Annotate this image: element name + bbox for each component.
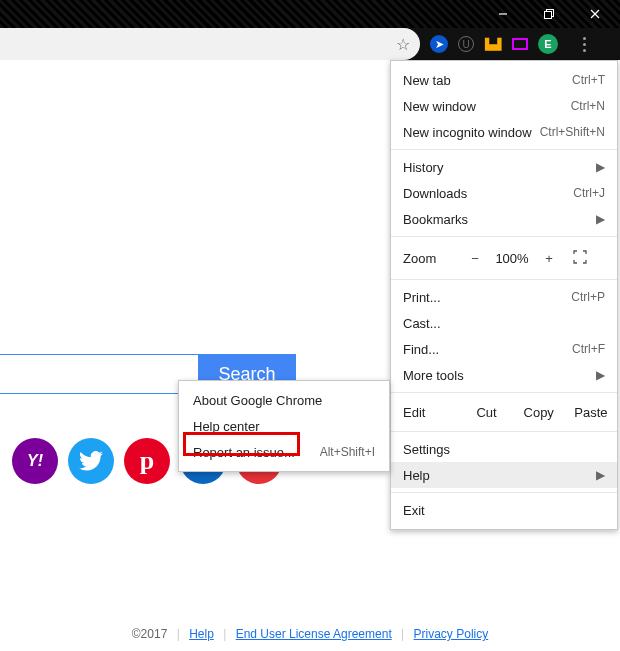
minimize-button[interactable] xyxy=(480,0,526,28)
menu-divider xyxy=(391,431,617,432)
submenu-report-accel: Alt+Shift+I xyxy=(320,445,375,459)
help-submenu: About Google Chrome Help center Report a… xyxy=(178,380,390,472)
menu-zoom-label: Zoom xyxy=(391,251,461,266)
menu-history[interactable]: History▶ xyxy=(391,154,617,180)
menu-divider xyxy=(391,492,617,493)
menu-cast[interactable]: Cast... xyxy=(391,310,617,336)
chrome-menu-button[interactable] xyxy=(574,32,594,56)
extension-icon-1[interactable]: ➤ xyxy=(430,35,448,53)
menu-divider xyxy=(391,392,617,393)
menu-new-window-label: New window xyxy=(403,99,571,114)
chevron-right-icon: ▶ xyxy=(596,368,605,382)
menu-print-label: Print... xyxy=(403,290,571,305)
menu-divider xyxy=(391,279,617,280)
menu-help-label: Help xyxy=(403,468,590,483)
restore-icon xyxy=(544,9,554,19)
yahoo-icon[interactable]: Y! xyxy=(12,438,58,484)
footer-sep: | xyxy=(177,627,180,641)
fullscreen-button[interactable] xyxy=(563,250,597,267)
menu-downloads-label: Downloads xyxy=(403,186,573,201)
menu-zoom-row: Zoom − 100% + xyxy=(391,241,617,275)
footer-copyright: ©2017 xyxy=(132,627,168,641)
footer-sep: | xyxy=(223,627,226,641)
page-footer: ©2017 | Help | End User License Agreemen… xyxy=(0,627,620,647)
submenu-about-label: About Google Chrome xyxy=(193,393,375,408)
menu-history-label: History xyxy=(403,160,590,175)
menu-downloads[interactable]: DownloadsCtrl+J xyxy=(391,180,617,206)
svg-rect-2 xyxy=(545,12,552,19)
menu-settings-label: Settings xyxy=(403,442,605,457)
footer-sep: | xyxy=(401,627,404,641)
profile-avatar[interactable]: E xyxy=(538,34,558,54)
menu-exit[interactable]: Exit xyxy=(391,497,617,523)
pinterest-icon[interactable]: p xyxy=(124,438,170,484)
bookmark-star-icon[interactable]: ☆ xyxy=(396,35,410,54)
menu-edit-row: Edit Cut Copy Paste xyxy=(391,397,617,427)
window-titlebar xyxy=(0,0,620,28)
fullscreen-icon xyxy=(573,250,587,264)
menu-print-accel: Ctrl+P xyxy=(571,290,605,304)
menu-new-incognito-accel: Ctrl+Shift+N xyxy=(540,125,605,139)
twitter-bird-icon xyxy=(79,451,103,471)
menu-new-incognito-label: New incognito window xyxy=(403,125,540,140)
menu-new-tab[interactable]: New tabCtrl+T xyxy=(391,67,617,93)
menu-divider xyxy=(391,236,617,237)
menu-find-accel: Ctrl+F xyxy=(572,342,605,356)
extension-icon-3[interactable]: ▙▟ xyxy=(484,35,502,53)
menu-divider xyxy=(391,149,617,150)
browser-toolbar: ☆ ➤ U ▙▟ E xyxy=(0,28,620,60)
footer-link-help[interactable]: Help xyxy=(189,627,214,641)
extension-icon-2[interactable]: U xyxy=(458,36,474,52)
chevron-right-icon: ▶ xyxy=(596,212,605,226)
menu-settings[interactable]: Settings xyxy=(391,436,617,462)
footer-link-privacy[interactable]: Privacy Policy xyxy=(414,627,489,641)
menu-new-tab-label: New tab xyxy=(403,73,572,88)
menu-copy[interactable]: Copy xyxy=(513,397,565,427)
footer-link-eula[interactable]: End User License Agreement xyxy=(236,627,392,641)
menu-new-incognito[interactable]: New incognito windowCtrl+Shift+N xyxy=(391,119,617,145)
zoom-value: 100% xyxy=(489,251,535,266)
minimize-icon xyxy=(498,9,508,19)
zoom-in-button[interactable]: + xyxy=(535,251,563,266)
menu-new-window-accel: Ctrl+N xyxy=(571,99,605,113)
address-bar[interactable]: ☆ xyxy=(0,28,420,60)
menu-find-label: Find... xyxy=(403,342,572,357)
menu-exit-label: Exit xyxy=(403,503,605,518)
chrome-main-menu: New tabCtrl+T New windowCtrl+N New incog… xyxy=(390,60,618,530)
menu-bookmarks-label: Bookmarks xyxy=(403,212,590,227)
menu-downloads-accel: Ctrl+J xyxy=(573,186,605,200)
menu-new-window[interactable]: New windowCtrl+N xyxy=(391,93,617,119)
menu-bookmarks[interactable]: Bookmarks▶ xyxy=(391,206,617,232)
close-icon xyxy=(590,9,600,19)
chevron-right-icon: ▶ xyxy=(596,160,605,174)
menu-help[interactable]: Help▶ xyxy=(391,462,617,488)
menu-print[interactable]: Print...Ctrl+P xyxy=(391,284,617,310)
menu-cast-label: Cast... xyxy=(403,316,605,331)
extension-icons: ➤ U ▙▟ E xyxy=(430,32,600,56)
restore-button[interactable] xyxy=(526,0,572,28)
menu-new-tab-accel: Ctrl+T xyxy=(572,73,605,87)
close-button[interactable] xyxy=(572,0,618,28)
twitter-icon[interactable] xyxy=(68,438,114,484)
menu-cut[interactable]: Cut xyxy=(460,397,512,427)
extension-icon-4[interactable] xyxy=(512,38,528,50)
submenu-help-center[interactable]: Help center xyxy=(179,413,389,439)
chevron-right-icon: ▶ xyxy=(596,468,605,482)
submenu-help-center-label: Help center xyxy=(193,419,375,434)
menu-find[interactable]: Find...Ctrl+F xyxy=(391,336,617,362)
submenu-report-issue[interactable]: Report an issue...Alt+Shift+I xyxy=(179,439,389,465)
menu-edit-label: Edit xyxy=(391,397,460,427)
zoom-out-button[interactable]: − xyxy=(461,251,489,266)
menu-paste[interactable]: Paste xyxy=(565,397,617,427)
menu-more-tools[interactable]: More tools▶ xyxy=(391,362,617,388)
submenu-report-label: Report an issue... xyxy=(193,445,320,460)
menu-more-tools-label: More tools xyxy=(403,368,590,383)
submenu-about-chrome[interactable]: About Google Chrome xyxy=(179,387,389,413)
